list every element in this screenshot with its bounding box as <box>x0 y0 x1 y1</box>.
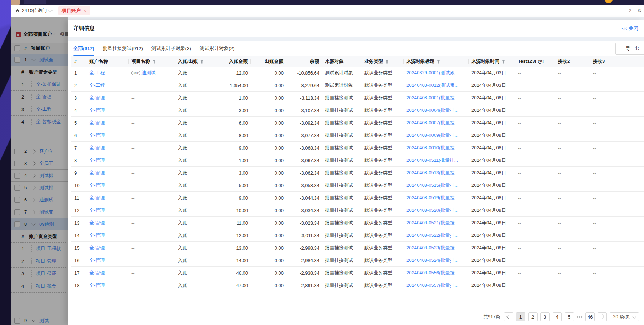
table-row[interactable]: 16全-管理--入账14.000.00-2,984.34批量挂接测试默认业务类型… <box>71 254 644 267</box>
table-row[interactable]: 12全-管理--入账10.000.00-3,034.34批量挂接测试默认业务类型… <box>71 204 644 217</box>
row-checkbox[interactable] <box>14 197 20 203</box>
sidebar-title[interactable]: 全部项目账户 <box>23 31 52 38</box>
source-title-link[interactable]: 20240408-0557(批量挂... <box>406 282 458 288</box>
sidebar-account-row[interactable]: 1测试全 <box>11 54 68 66</box>
source-title-link[interactable]: 20240408-0010(批量挂... <box>406 145 458 150</box>
row-checkbox[interactable] <box>14 57 20 63</box>
table-row[interactable]: 3全-管理--入账1.000.00-3,113.34批量挂接测试默认业务类型20… <box>71 92 644 104</box>
source-title-link[interactable]: 20240408-0523(批量挂... <box>406 245 458 250</box>
row-checkbox[interactable] <box>14 209 20 215</box>
table-row[interactable]: 6全-管理--入账8.000.00-3,077.34批量挂接测试默认业务类型20… <box>71 129 644 142</box>
next-page-button[interactable] <box>598 312 607 321</box>
sidebar-fund-type-row[interactable]: 3项目-保证 <box>11 268 66 280</box>
sidebar-account-row[interactable]: 809迪测 <box>11 218 68 230</box>
fund-type-link[interactable]: 全-管理 <box>31 94 51 100</box>
table-row[interactable]: 4全-管理--入账3.000.00-3,107.34批量挂接测试默认业务类型20… <box>71 104 644 117</box>
filter-icon[interactable] <box>501 60 505 64</box>
account-link[interactable]: 全-工程 <box>89 82 105 88</box>
sidebar-fund-type-row[interactable]: 2项目-管理 <box>11 255 66 268</box>
source-title-link[interactable]: 20240408-0519(批量挂... <box>406 195 458 200</box>
chevron-right-icon[interactable] <box>31 198 35 202</box>
page-button-4[interactable]: 4 <box>553 312 562 321</box>
page-size-select[interactable]: 20 条/页 <box>610 312 639 321</box>
account-name-link[interactable]: 测试排 <box>39 185 53 191</box>
sidebar-account-row[interactable]: 3全局工 <box>11 158 68 170</box>
table-row[interactable]: 1全-工程360°迪测试...入账12.000.00-10,856.64测试累计… <box>71 67 644 79</box>
account-link[interactable]: 全-管理 <box>89 282 105 288</box>
sidebar-fund-type-row[interactable]: 1全-暂扣保证 <box>11 78 66 91</box>
account-link[interactable]: 全-管理 <box>89 270 105 275</box>
account-name-link[interactable]: 测试全 <box>39 57 53 63</box>
fund-type-link[interactable]: 全-工程 <box>31 106 51 112</box>
chevron-right-icon[interactable] <box>31 174 35 178</box>
filter-icon[interactable] <box>436 60 440 64</box>
source-title-link[interactable]: 20240408-0001(批量挂... <box>406 95 458 100</box>
table-row[interactable]: 11全-管理--入账9.000.00-3,044.34批量挂接测试默认业务类型2… <box>71 192 644 204</box>
filter-icon[interactable] <box>385 60 389 64</box>
sidebar-account-row[interactable]: 7测试变 <box>11 206 68 218</box>
project-link[interactable]: 迪测试... <box>142 70 160 75</box>
account-link[interactable]: 全-管理 <box>89 220 105 225</box>
table-row[interactable]: 15全-管理--入账13.000.00-2,998.34批量挂接测试默认业务类型… <box>71 242 644 254</box>
page-button-46[interactable]: 46 <box>585 312 595 321</box>
row-checkbox[interactable] <box>14 221 20 227</box>
account-link[interactable]: 全-管理 <box>89 258 105 263</box>
account-link[interactable]: 全-管理 <box>89 158 105 163</box>
source-title-link[interactable]: 20240408-0556(批量挂... <box>406 270 458 275</box>
chevron-right-icon[interactable] <box>31 149 35 153</box>
row-checkbox[interactable] <box>14 149 20 154</box>
fund-type-link[interactable]: 项目-工程款 <box>31 245 61 252</box>
chevron-down-icon[interactable] <box>31 318 35 322</box>
sidebar-fund-type-row[interactable]: 4项目-税金 <box>11 280 66 292</box>
table-row[interactable]: 5全-管理--入账6.000.00-3,092.34批量挂接测试默认业务类型20… <box>71 117 644 129</box>
source-title-link[interactable]: 20240408-0009(批量挂... <box>406 132 458 138</box>
sidebar-account-row[interactable]: 2客户立 <box>11 145 68 158</box>
source-title-link[interactable]: 20240408-0007(批量挂... <box>406 120 458 125</box>
source-title-link[interactable]: 20240408-0004(批量挂... <box>406 108 458 113</box>
close-icon[interactable]: × <box>84 8 86 14</box>
page-button-1[interactable]: 1 <box>516 312 525 321</box>
table-row[interactable]: 2全-工程--入账1,354.000.00-8,279.64测试累计对象默认业务… <box>71 79 644 92</box>
table-row[interactable]: 8全-管理--入账1.000.00-3,067.34批量挂接测试默认业务类型20… <box>71 154 644 167</box>
page-button-5[interactable]: 5 <box>565 312 574 321</box>
export-button[interactable]: 导 出 <box>615 42 644 55</box>
sidebar-fund-type-row[interactable]: 4全-暂扣税金 <box>11 116 66 128</box>
chevron-right-icon[interactable] <box>31 161 35 165</box>
chevron-down-icon[interactable] <box>31 57 35 61</box>
filter-icon[interactable] <box>200 60 204 64</box>
sidebar-account-row[interactable]: 6迪测试 <box>11 194 68 206</box>
source-title-link[interactable]: 20240403-0012(测试累... <box>406 82 458 88</box>
table-row[interactable]: 7全-管理--入账9.000.00-3,068.34批量挂接测试默认业务类型20… <box>71 142 644 154</box>
refresh-icon[interactable]: ↻ <box>637 8 642 14</box>
source-title-link[interactable]: 20240408-0513(批量挂... <box>406 170 458 175</box>
panel-tab-1[interactable]: 批量挂接测试(912) <box>103 41 143 56</box>
sidebar-fund-type-row[interactable]: 1项目-工程款 <box>11 242 66 255</box>
table-row[interactable]: 17全-管理--入账46.000.00-2,938.34批量挂接测试默认业务类型… <box>71 267 644 279</box>
table-row[interactable]: 14全-管理--入账12.000.00-3,011.34批量挂接测试默认业务类型… <box>71 229 644 242</box>
table-row[interactable]: 9全-管理--入账3.000.00-3,062.34批量挂接测试默认业务类型20… <box>71 167 644 179</box>
account-link[interactable]: 全-管理 <box>89 195 105 200</box>
table-row[interactable]: 10全-管理--入账5.000.00-3,053.34批量挂接测试默认业务类型2… <box>71 179 644 192</box>
account-link[interactable]: 全-管理 <box>89 145 105 150</box>
source-title-link[interactable]: 20240408-0522(批量挂... <box>406 232 458 238</box>
account-link[interactable]: 全-管理 <box>89 182 105 188</box>
page-button-2[interactable]: 2 <box>528 312 538 321</box>
filter-icon[interactable] <box>152 60 156 64</box>
table-row[interactable]: 13全-管理--入账11.000.00-3,023.34批量挂接测试默认业务类型… <box>71 217 644 229</box>
sidebar-fund-type-row[interactable]: 3全-工程 <box>11 103 66 116</box>
account-name-link[interactable]: 测试变 <box>39 209 53 215</box>
sidebar-account-row[interactable]: 5测试排 <box>11 182 68 194</box>
close-panel-link[interactable]: << 关闭 <box>621 25 638 32</box>
source-title-link[interactable]: 20240408-0521(批量挂... <box>406 220 458 225</box>
fund-type-link[interactable]: 全-暂扣税金 <box>31 119 61 125</box>
account-link[interactable]: 全-工程 <box>89 70 105 75</box>
pagination-ellipsis-icon[interactable]: ••• <box>577 314 583 320</box>
avatar[interactable] <box>11 0 20 5</box>
account-link[interactable]: 全-管理 <box>89 170 105 175</box>
source-title-link[interactable]: 20240408-0520(批量挂... <box>406 208 458 213</box>
account-link[interactable]: 全-管理 <box>89 132 105 138</box>
table-row[interactable]: 18全-管理--入账47.000.00-2,891.34批量挂接测试默认业务类型… <box>71 279 644 291</box>
panel-tab-3[interactable]: 测试累计对象(2) <box>200 41 235 56</box>
sidebar-fund-type-row[interactable]: 2全-管理 <box>11 91 66 103</box>
account-link[interactable]: 全-管理 <box>89 232 105 238</box>
